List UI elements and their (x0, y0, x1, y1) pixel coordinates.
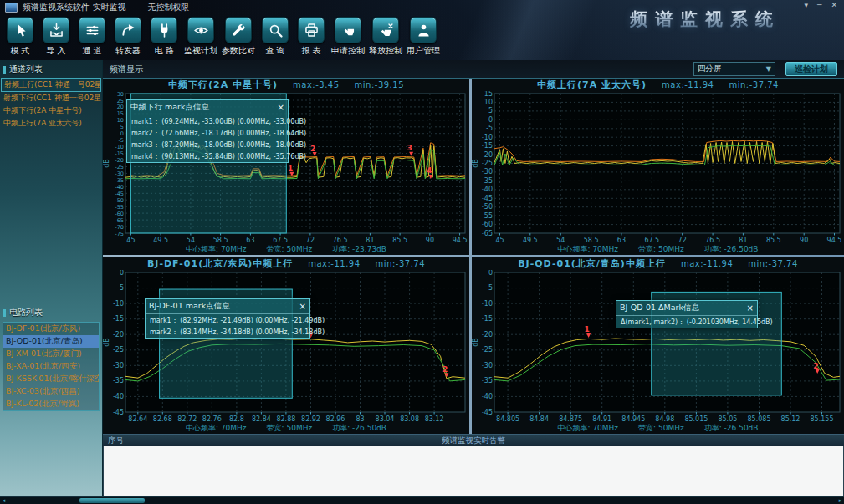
svg-text:85.5: 85.5 (392, 237, 407, 244)
toolbar-button-monitor-plan[interactable]: 监视计划 (184, 17, 217, 57)
circuit-item[interactable]: BJ-QD-01(北京/青岛) (3, 335, 99, 348)
chart-panel-if-downlink: 中频下行(2A 中星十号)max:-3.45min:-39.15 3025201… (103, 79, 469, 255)
chart-panel-bj-qd-01: BJ-QD-01(北京/青岛)中频上行max:-11.94min:-37.74 … (472, 257, 844, 434)
svg-text:63: 63 (617, 237, 626, 244)
svg-text:-20: -20 (482, 151, 493, 159)
svg-text:-25: -25 (482, 346, 493, 354)
tooltip-title: 中频下行 mark点信息 (130, 102, 209, 113)
svg-text:-10: -10 (113, 300, 124, 308)
svg-text:76.5: 76.5 (333, 237, 348, 244)
svg-text:84.84: 84.84 (529, 415, 549, 423)
close-button[interactable]: ✕ (831, 1, 837, 9)
chart-title: BJ-DF-01(北京/东风)中频上行 (147, 257, 293, 270)
svg-text:63: 63 (246, 237, 254, 244)
circuit-item[interactable]: BJ-XM-01(北京/厦门) (3, 348, 99, 360)
toolbar-label: 用户管理 (407, 45, 440, 57)
spectrum-plot[interactable]: 151050-5-10-15-20-25-30-35-40-45-50-55-6… (472, 91, 844, 244)
person-icon (410, 17, 437, 43)
toolbar-button-import[interactable]: 导 入 (40, 17, 72, 57)
chart-grid: 中频下行(2A 中星十号)max:-3.45min:-39.15 3025201… (103, 79, 844, 434)
circuit-item[interactable]: BJ-DF-01(北京/东风) (3, 323, 99, 335)
circuit-item[interactable]: BJ-XC-03(北京/西昌) (3, 385, 99, 398)
header-accent (3, 66, 6, 74)
svg-text:-30: -30 (482, 362, 493, 369)
toolbar-label: 报 表 (301, 45, 320, 57)
svg-text:25: 25 (117, 98, 124, 104)
mark-info-tooltip: 中频下行 mark点信息×mark1： (69.24MHz, -33.00dB)… (126, 99, 289, 163)
toolbar-button-transponder[interactable]: 转发器 (112, 17, 144, 57)
toolbar-button-report[interactable]: 报 表 (295, 17, 327, 57)
mark-label: 2 (442, 365, 448, 374)
svg-text:58.5: 58.5 (584, 237, 599, 244)
svg-text:15: 15 (117, 110, 124, 117)
sub-toolbar: 频谱显示 四分屏 ▼ 巡检计划 (103, 60, 844, 79)
toolbar-button-channel[interactable]: 通 道 (76, 17, 108, 57)
y-axis-unit-label: dB (103, 159, 110, 168)
svg-text:58.5: 58.5 (213, 237, 228, 244)
chart-panel-if-uplink: 中频上行(7A 业太六号)max:-11.94min:-37.74 151050… (472, 79, 844, 255)
svg-text:83.12: 83.12 (425, 415, 444, 423)
minimize-button[interactable]: ─ (817, 1, 821, 9)
toolbar-button-circuit[interactable]: 电 路 (148, 17, 180, 57)
toolbar-button-release-control[interactable]: 释放控制 (369, 17, 402, 57)
channel-item[interactable]: 中频上行(7A 亚太六号) (1, 117, 101, 130)
svg-text:-30: -30 (113, 362, 124, 369)
spectrum-plot[interactable]: 0-5-10-15-20-25-30-35-40-4582.6482.6882.… (103, 270, 469, 423)
close-icon[interactable]: × (299, 303, 306, 310)
app-title: 频谱监视系统软件-实时监视 (23, 2, 126, 13)
import-icon (43, 17, 69, 43)
circuit-item[interactable]: BJ-XA-01(北京/西安) (3, 360, 99, 373)
skin-button[interactable]: ▾ (805, 1, 809, 9)
chart-footer: 中心频率: 70MHz带宽: 50MHz功率: -26.50dB (103, 423, 469, 434)
horizontal-scrollbar[interactable]: ◂ ▸ (0, 496, 844, 504)
svg-text:84.945: 84.945 (621, 415, 645, 423)
svg-text:-30: -30 (115, 171, 124, 177)
svg-text:-55: -55 (482, 212, 493, 220)
svg-text:-60: -60 (115, 211, 124, 217)
close-icon[interactable]: × (278, 104, 284, 111)
toolbar-label: 监视计划 (184, 45, 217, 57)
svg-text:-45: -45 (113, 409, 124, 416)
spectrum-plot[interactable]: 0-5-10-15-20-25-30-35-40-4584.80584.8484… (472, 270, 844, 423)
scroll-right-icon[interactable]: ▸ (836, 497, 844, 504)
toolbar-button-param-compare[interactable]: 参数比对 (222, 17, 255, 57)
tab-spectrum-display[interactable]: 频谱显示 (110, 64, 143, 75)
svg-text:82.84: 82.84 (252, 415, 271, 423)
circuit-item[interactable]: BJ-KL-02(北京/岢岚) (3, 398, 99, 410)
toolbar-button-query[interactable]: 查 询 (259, 17, 291, 57)
toolbar-button-request-control[interactable]: 申请控制 (331, 17, 365, 57)
scrollbar-thumb[interactable] (79, 498, 145, 503)
svg-text:-40: -40 (113, 393, 124, 400)
screen-layout-select[interactable]: 四分屏 ▼ (693, 62, 775, 76)
svg-text:84.875: 84.875 (559, 415, 582, 423)
chart-min-label: min:-37.74 (748, 259, 797, 268)
svg-text:-10: -10 (115, 144, 124, 150)
svg-text:5: 5 (488, 107, 493, 115)
scroll-left-icon[interactable]: ◂ (0, 497, 8, 504)
svg-text:85.12: 85.12 (781, 415, 801, 423)
svg-text:45: 45 (126, 237, 135, 244)
channel-item[interactable]: 中频下行(2A 中星十号) (1, 104, 101, 117)
spectrum-plot[interactable]: 302520151050-5-10-15-20-25-30-35-40-45-5… (103, 91, 469, 244)
magnifier-icon (262, 17, 289, 43)
svg-text:85.015: 85.015 (684, 415, 708, 423)
chart-min-label: min:-37.74 (376, 259, 425, 268)
circuit-list: BJ-DF-01(北京/东风)BJ-QD-01(北京/青岛)BJ-XM-01(北… (3, 322, 100, 411)
patrol-plan-button[interactable]: 巡检计划 (785, 62, 837, 76)
channel-item[interactable]: 射频下行(CC1 神通一号02星) (1, 92, 101, 104)
svg-text:76.5: 76.5 (705, 237, 720, 244)
toolbar-button-user-manage[interactable]: 用户管理 (407, 17, 440, 57)
svg-text:82.76: 82.76 (202, 415, 222, 423)
svg-text:72: 72 (678, 237, 687, 244)
alert-table-body[interactable] (103, 446, 844, 499)
svg-text:81: 81 (366, 237, 374, 244)
close-icon[interactable]: × (747, 305, 754, 312)
svg-text:54: 54 (556, 237, 565, 244)
svg-text:67.5: 67.5 (644, 237, 659, 244)
circuit-item[interactable]: BJ-KSSK-01(北京/喀什深空站) (3, 373, 99, 385)
y-axis-unit-label: dB (103, 338, 110, 347)
toolbar-button-mode[interactable]: 模 式 (4, 17, 36, 57)
chart-max-label: max:-11.94 (662, 80, 714, 89)
channel-item[interactable]: 射频上行(CC1 神通一号02星) (1, 78, 101, 92)
svg-text:82.64: 82.64 (128, 415, 147, 423)
